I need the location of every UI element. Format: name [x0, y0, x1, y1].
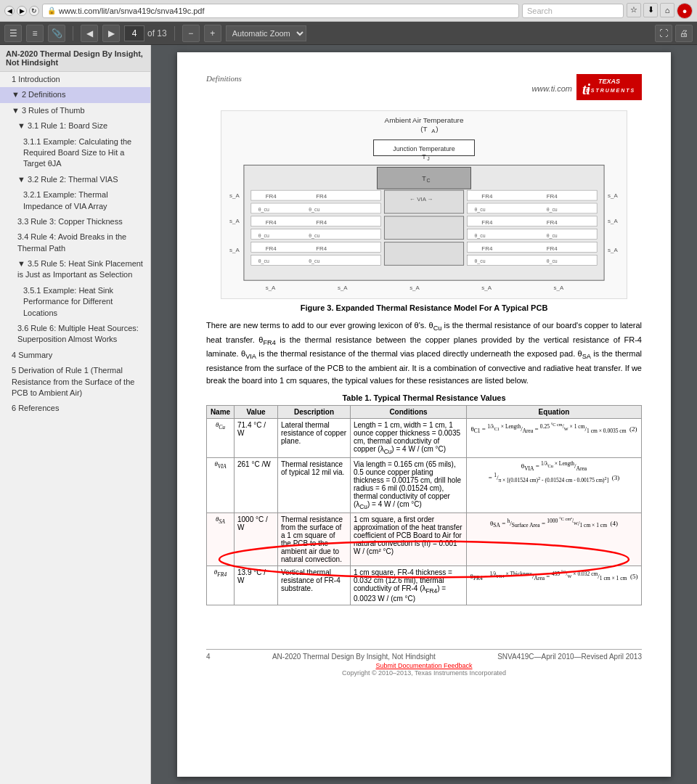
back-button[interactable]: ◀ — [4, 6, 15, 16]
browser-bar: ◀ ▶ ↻ 🔒 www.ti.com/lit/an/snva419c/snva4… — [0, 0, 697, 22]
svg-text:FR4: FR4 — [316, 219, 327, 225]
cell-eq: θFR4 = 1/λFR4 × Thickness/Area = 435 °C/… — [467, 566, 642, 605]
browser-menu-button[interactable]: ● — [677, 3, 693, 19]
svg-text:θ_cu: θ_cu — [474, 232, 485, 238]
col-cond: Conditions — [351, 406, 467, 419]
cell-value: 71.4 °C / W — [235, 419, 278, 458]
sidebar-item-label: ▼ 3.1 Rule 1: Board Size — [17, 121, 107, 130]
pdf-content-area[interactable]: Definitions www.ti.com TEXAS INSTRUMENTS… — [151, 45, 697, 784]
footer-doc-title: AN-2020 Thermal Design By Insight, Not H… — [272, 653, 436, 661]
table-wrapper: Name Value Description Conditions Equati… — [206, 405, 642, 605]
svg-text:FR4: FR4 — [266, 193, 277, 200]
cell-eq: θC1 = 1/λC1 × Length/Area = 0.25 °C cm/W… — [467, 419, 642, 458]
sidebar-item-label: ▼ 2 Definitions — [12, 90, 65, 99]
cell-eq: θSA = h/Surface Area = 1000 °C cm²/W/1 c… — [467, 513, 642, 566]
sidebar-item-r34[interactable]: 3.4 Rule 4: Avoid Breaks in the Thermal … — [0, 229, 150, 256]
feedback-link[interactable]: Submit Documentation Feedback — [375, 662, 472, 669]
svg-text:s_A: s_A — [266, 285, 276, 291]
svg-text:T: T — [422, 153, 426, 160]
cell-name: θCu — [207, 419, 235, 458]
sidebar-item-r351[interactable]: 3.5.1 Example: Heat Sink Performance for… — [0, 283, 150, 321]
attach-button[interactable]: 📎 — [48, 25, 65, 42]
cell-name: θSA — [207, 513, 235, 566]
sidebar-item-r321[interactable]: 3.2.1 Example: Thermal Impedance of VIA … — [0, 187, 150, 214]
sidebar-item-r33[interactable]: 3.3 Rule 3: Copper Thickness — [0, 214, 150, 229]
prev-page-button[interactable]: ◀ — [81, 25, 98, 42]
sidebar-item-summary[interactable]: 4 Summary — [0, 348, 150, 363]
svg-text:θ_cu: θ_cu — [258, 258, 269, 264]
sidebar-item-definitions[interactable]: ▼ 2 Definitions — [0, 87, 150, 102]
list-view-button[interactable]: ≡ — [26, 25, 44, 42]
zoom-selector[interactable]: Automatic Zoom 50% 100% 150% — [226, 25, 306, 41]
ti-logo: TEXAS INSTRUMENTS ti — [576, 74, 642, 103]
svg-text:FR4: FR4 — [481, 245, 493, 251]
sidebar-item-label: ▼ 3 Rules of Thumb — [12, 106, 85, 115]
svg-text:FR4: FR4 — [316, 245, 327, 251]
sidebar-item-r35[interactable]: ▼ 3.5 Rule 5: Heat Sink Placement is Jus… — [0, 256, 150, 283]
svg-text:s_A: s_A — [229, 246, 240, 253]
search-bar[interactable]: Search — [522, 4, 624, 18]
svg-text:FR4: FR4 — [266, 219, 277, 225]
pdf-page: Definitions www.ti.com TEXAS INSTRUMENTS… — [177, 52, 671, 777]
address-bar[interactable]: 🔒 www.ti.com/lit/an/snva419c/snva419c.pd… — [42, 4, 519, 18]
svg-text:θ_cu: θ_cu — [258, 207, 269, 213]
zoom-in-button[interactable]: + — [204, 25, 221, 42]
sidebar-item-r36[interactable]: 3.6 Rule 6: Multiple Heat Sources: Super… — [0, 321, 150, 348]
sidebar-item-label: 3.3 Rule 3: Copper Thickness — [17, 217, 123, 226]
page-number-input[interactable] — [124, 25, 144, 41]
table-row: θVIA 261 °C /W Thermal resistance of typ… — [207, 458, 642, 513]
figure-image: Ambient Air Temperature (T A ) Junction … — [221, 110, 627, 299]
svg-text:T: T — [422, 175, 426, 182]
col-name: Name — [207, 406, 235, 419]
sidebar-item-label: 4 Summary — [12, 351, 52, 359]
page-header: Definitions www.ti.com TEXAS INSTRUMENTS… — [206, 74, 642, 103]
section-title: Definitions — [206, 74, 242, 83]
home-button[interactable]: ⌂ — [660, 3, 674, 17]
sidebar-item-r31[interactable]: ▼ 3.1 Rule 1: Board Size — [0, 118, 150, 134]
sidebar-item-r32[interactable]: ▼ 3.2 Rule 2: Thermal VIAS — [0, 172, 150, 187]
svg-text:θ_cu: θ_cu — [474, 258, 485, 264]
sidebar-item-label: ▼ 3.2 Rule 2: Thermal VIAS — [17, 175, 118, 184]
svg-text:FR4: FR4 — [547, 245, 558, 251]
cell-cond: 1 cm square, a first order approximation… — [351, 513, 467, 566]
lock-icon: 🔒 — [47, 7, 56, 15]
cell-value: 261 °C /W — [235, 458, 278, 513]
next-page-button[interactable]: ▶ — [102, 25, 120, 42]
footer-copyright: Copyright © 2010–2013, Texas Instruments… — [206, 669, 642, 677]
sidebar-toggle-button[interactable]: ☰ — [4, 25, 22, 42]
svg-text:INSTRUMENTS: INSTRUMENTS — [583, 88, 636, 93]
zoom-dropdown[interactable]: Automatic Zoom 50% 100% 150% — [226, 25, 306, 41]
table-row: θFR4 13.9 °C / W Vertical thermal resist… — [207, 566, 642, 605]
zoom-out-button[interactable]: − — [182, 25, 200, 42]
figure-container: Ambient Air Temperature (T A ) Junction … — [206, 110, 642, 312]
sidebar-item-derivation[interactable]: 5 Derivation of Rule 1 (Thermal Resistan… — [0, 363, 150, 401]
cell-value: 13.9 °C / W — [235, 566, 278, 605]
svg-rect-26 — [468, 203, 598, 213]
svg-text:θ_cu: θ_cu — [258, 232, 269, 238]
sidebar-item-rules[interactable]: ▼ 3 Rules of Thumb — [0, 103, 150, 118]
cell-cond: 1 cm square, FR-4 thickness = 0.032 cm (… — [351, 566, 467, 605]
sidebar-header: AN-2020 Thermal Design By Insight, Not H… — [0, 45, 150, 72]
svg-text:FR4: FR4 — [481, 193, 493, 200]
table-row-highlighted: θSA 1000 °C / W Thermal resistance from … — [207, 513, 642, 566]
search-placeholder: Search — [527, 7, 553, 15]
domain-text: www.ti.com — [531, 84, 572, 93]
download-button[interactable]: ⬇ — [643, 3, 658, 17]
refresh-button[interactable]: ↻ — [29, 6, 39, 16]
cell-desc: Thermal resistance of typical 12 mil via… — [278, 458, 351, 513]
forward-button[interactable]: ▶ — [17, 6, 27, 16]
toolbar-right-buttons: ⛶ 🖨 — [655, 25, 693, 42]
pdf-toolbar: ☰ ≡ 📎 ◀ ▶ of 13 − + Automatic Zoom 50% 1… — [0, 22, 697, 45]
sidebar-item-references[interactable]: 6 References — [0, 401, 150, 416]
sidebar-item-introduction[interactable]: 1 Introduction — [0, 72, 150, 87]
svg-text:θ_cu: θ_cu — [547, 258, 558, 264]
sidebar-item-r311[interactable]: 3.1.1 Example: Calculating the Required … — [0, 134, 150, 172]
cell-cond: Length = 1 cm, width = 1 cm, 1 ounce cop… — [351, 419, 467, 458]
browser-action-buttons: ☆ ⬇ ⌂ ● — [627, 3, 693, 19]
bookmarks-button[interactable]: ☆ — [627, 3, 641, 17]
main-area: AN-2020 Thermal Design By Insight, Not H… — [0, 45, 697, 784]
print-button[interactable]: 🖨 — [675, 25, 693, 42]
fullscreen-button[interactable]: ⛶ — [655, 25, 672, 42]
cell-cond: Via length = 0.165 cm (65 mils), 0.5 oun… — [351, 458, 467, 513]
svg-text:FR4: FR4 — [266, 245, 277, 251]
